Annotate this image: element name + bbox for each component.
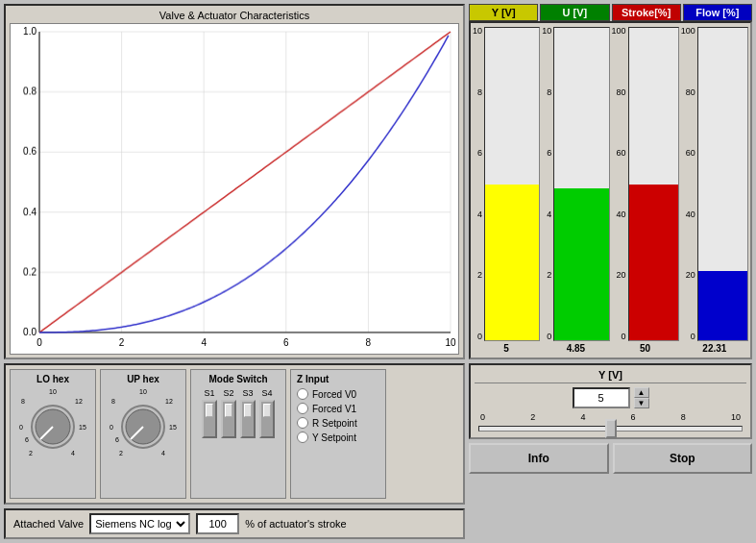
flow-scale-labels: 100 80 60 40 20 0 [681,27,697,341]
y-input-row: ▲ ▼ [475,387,746,408]
lo-hex-label: LO hex [37,374,69,384]
u-bar-container [553,27,609,341]
switch-s1: S1 [202,388,217,438]
valve-input[interactable] [196,513,239,534]
svg-text:4: 4 [71,450,75,457]
z-input-label: Z Input [297,374,329,384]
stroke-value: 50 [640,343,650,354]
bottom-left: LO hex 10 12 15 8 0 2 4 6 [4,363,465,539]
flow-bar-container [697,27,748,341]
switch-s3: S3 [240,388,256,438]
lo-hex-knob[interactable]: 10 12 15 8 0 2 4 6 [19,386,86,463]
svg-text:8: 8 [21,398,25,405]
svg-text:8: 8 [111,398,115,405]
stroke-header: Stroke[%] [612,4,681,21]
chart-area: Valve & Actuator Characteristics [4,4,465,359]
valve-row: Attached Valve Siemens NC log Siemens NO… [4,508,465,539]
bottom-row: LO hex 10 12 15 8 0 2 4 6 [4,363,752,539]
switches-row: S1 S2 S3 [202,388,275,438]
mode-switch-label: Mode Switch [208,374,267,384]
y-meter-scale: 10 8 6 4 2 0 [473,27,540,341]
switch-s2-label: S2 [223,388,233,398]
z-radio-r-setpoint-input[interactable] [297,417,308,429]
z-radio-forced-v0-input[interactable] [297,388,308,400]
right-panel: Y [V] ▲ ▼ 0 2 4 6 8 [469,363,752,539]
info-button[interactable]: Info [469,443,609,474]
controls-panel: LO hex 10 12 15 8 0 2 4 6 [4,363,465,505]
y-slider-section: 0 2 4 6 8 10 [475,412,746,433]
z-radio-y-setpoint-label: Y Setpoint [312,432,356,443]
valve-stroke-label: % of actuator's stroke [245,518,346,530]
z-radio-r-setpoint: R Setpoint [297,417,357,429]
flow-header: Flow [%] [683,4,752,21]
u-meter-scale: 10 8 6 4 2 0 [542,27,609,341]
switch-s3-knob [244,404,252,417]
svg-text:2: 2 [119,450,123,457]
top-row: Valve & Actuator Characteristics Y [V] U… [4,4,752,359]
chart-title: Valve & Actuator Characteristics [10,10,459,21]
z-radio-r-setpoint-label: R Setpoint [312,418,357,429]
switch-s2-body[interactable] [221,400,236,438]
y-bar-container [484,27,540,341]
meters-row: 10 8 6 4 2 0 5 [469,21,752,359]
spin-down-btn[interactable]: ▼ [634,398,649,408]
y-panel: Y [V] ▲ ▼ 0 2 4 6 8 [469,363,752,439]
stroke-meter-scale: 100 80 60 40 20 0 [612,27,679,341]
u-value: 4.85 [567,343,585,354]
y-scale-8: 8 [477,88,482,97]
z-radio-y-setpoint: Y Setpoint [297,432,356,443]
switch-s1-knob [206,404,213,417]
switch-s1-body[interactable] [202,400,217,438]
meter-area: Y [V] U [V] Stroke[%] Flow [%] 10 8 6 4 … [469,4,752,359]
stroke-bar-container [628,27,679,341]
y-panel-header: Y [V] [475,369,746,383]
lo-hex-group: LO hex 10 12 15 8 0 2 4 6 [10,369,96,499]
switch-s1-label: S1 [204,388,214,398]
u-bar-fill [554,188,608,340]
y-scale-0: 0 [477,333,482,341]
y-input[interactable] [573,387,630,408]
flow-meter: 100 80 60 40 20 0 22.31 [681,27,748,354]
svg-text:10: 10 [139,388,147,395]
svg-text:15: 15 [169,424,177,431]
y-slider[interactable] [478,426,743,432]
valve-select[interactable]: Siemens NC log Siemens NO log Linear [89,513,190,534]
svg-text:2: 2 [29,450,33,457]
switch-s2-knob [225,404,232,417]
stroke-scale-labels: 100 80 60 40 20 0 [612,27,628,341]
stroke-bar-fill [629,185,678,341]
stop-button[interactable]: Stop [613,443,753,474]
meter-headers: Y [V] U [V] Stroke[%] Flow [%] [469,4,752,21]
svg-text:12: 12 [75,398,83,405]
y-value: 5 [503,343,509,354]
info-stop-row: Info Stop [469,443,752,474]
flow-value: 22.31 [702,343,726,354]
spin-up-btn[interactable]: ▲ [634,387,649,398]
flow-bar-fill [698,271,747,341]
y-scale-6: 6 [477,149,482,158]
y-panel-title: Y [V] [598,369,622,381]
y-scale-10: 10 [473,27,482,36]
svg-text:15: 15 [79,424,86,431]
main-container: Valve & Actuator Characteristics Y [V] U… [0,0,756,543]
svg-text:6: 6 [25,436,29,443]
chart-inner [10,23,459,355]
switch-s4-body[interactable] [259,400,275,438]
switch-s3-label: S3 [242,388,253,398]
z-radio-forced-v0-label: Forced V0 [312,389,356,400]
mode-switch-group: Mode Switch S1 S2 [190,369,286,499]
switch-s3-body[interactable] [240,400,256,438]
z-radio-y-setpoint-input[interactable] [297,432,308,443]
y-scale-4: 4 [477,210,482,219]
z-radio-forced-v0: Forced V0 [297,388,356,400]
valve-label: Attached Valve [13,518,84,530]
svg-text:6: 6 [115,436,119,443]
lo-knob-svg: 10 12 15 8 0 2 4 6 [19,386,86,463]
switch-s4: S4 [259,388,275,438]
spin-buttons: ▲ ▼ [634,387,649,408]
u-scale-labels: 10 8 6 4 2 0 [542,27,553,341]
svg-text:10: 10 [49,388,57,395]
up-hex-knob[interactable]: 10 12 15 8 0 2 4 6 [110,386,177,463]
z-radio-forced-v1-input[interactable] [297,403,308,414]
y-scale-2: 2 [477,271,482,280]
